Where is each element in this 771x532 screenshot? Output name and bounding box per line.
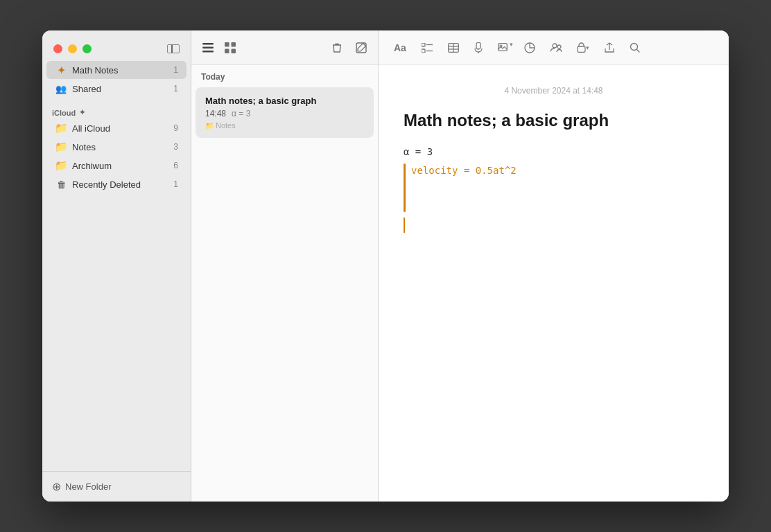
notes-count: 3 [173, 142, 178, 152]
all-icloud-count: 9 [173, 123, 178, 133]
grid-view-icon [225, 42, 236, 53]
note-item-0[interactable]: Math notes; a basic graph 14:48 α = 3 📁 … [196, 87, 374, 138]
audio-icon [474, 42, 483, 53]
compose-button[interactable] [353, 39, 370, 56]
note-preview-0: α = 3 [232, 109, 250, 118]
icloud-section: iCloud ✦ 📁 All iCloud 9 📁 Notes 3 📁 Arch… [42, 101, 191, 197]
traffic-lights [42, 37, 191, 57]
shared-count: 1 [173, 84, 178, 94]
lock-dropdown-arrow: ▾ [586, 44, 589, 51]
new-folder-button[interactable]: ⊕ New Folder [52, 480, 111, 493]
svg-rect-23 [578, 46, 585, 53]
math-formula-1: velocity = 0.5at^2 [411, 162, 517, 179]
collaborate-button[interactable] [546, 40, 566, 55]
note-editor-body[interactable]: α = 3 velocity = 0.5at^2 [404, 143, 704, 233]
today-header: Today [191, 65, 378, 86]
svg-rect-3 [225, 42, 229, 47]
note-editor: Aa [379, 30, 729, 502]
sidebar-toggle[interactable] [167, 44, 180, 53]
svg-rect-5 [225, 48, 229, 53]
minimize-button[interactable] [68, 44, 77, 53]
folder-icon-small: 📁 [205, 122, 214, 130]
sticker-icon [524, 42, 535, 53]
list-toolbar [191, 30, 378, 65]
math-notes-count: 1 [173, 65, 178, 75]
format-aa-icon: Aa [394, 42, 406, 53]
list-view-icon [202, 43, 214, 53]
recently-deleted-label: Recently Deleted [72, 179, 173, 190]
grid-view-button[interactable] [222, 39, 239, 56]
note-meta-0: 14:48 α = 3 [205, 109, 364, 118]
sidebar-item-shared[interactable]: 👥 Shared 1 [46, 80, 187, 98]
lock-button[interactable]: ▾ [573, 39, 594, 55]
sidebar-item-math-notes[interactable]: ✦ Math Notes 1 [46, 61, 187, 79]
note-editor-title[interactable]: Math notes; a basic graph [404, 109, 704, 131]
note-title-0: Math notes; a basic graph [205, 96, 364, 106]
svg-point-24 [630, 44, 637, 51]
recently-deleted-count: 1 [173, 179, 178, 189]
maximize-button[interactable] [83, 44, 92, 53]
shared-label: Shared [72, 84, 173, 94]
formula-value: 0.5at^2 [476, 165, 517, 176]
shared-icon: 👥 [55, 82, 67, 95]
delete-button[interactable] [329, 39, 345, 56]
note-folder-name-0: Notes [216, 121, 236, 130]
table-button[interactable] [444, 40, 463, 55]
trash-btn-icon [332, 42, 342, 53]
close-button[interactable] [53, 44, 62, 53]
sidebar-footer: ⊕ New Folder [42, 471, 191, 502]
pinned-section: ✦ Math Notes 1 👥 Shared 1 [42, 57, 191, 101]
format-text-button[interactable]: Aa [390, 39, 410, 56]
svg-point-21 [553, 44, 557, 48]
media-button[interactable]: ▾ [494, 40, 513, 55]
icloud-icon: ✦ [79, 108, 85, 117]
audio-button[interactable] [470, 39, 487, 56]
svg-rect-8 [422, 43, 425, 46]
app-body: ✦ Math Notes 1 👥 Shared 1 iCloud ✦ 📁 [42, 30, 729, 502]
formula-line-container: velocity = 0.5at^2 [404, 162, 704, 212]
sidebar-item-recently-deleted[interactable]: 🗑 Recently Deleted 1 [46, 175, 187, 193]
lock-icon [577, 42, 586, 53]
svg-point-22 [557, 45, 561, 48]
list-view-button[interactable] [200, 40, 216, 55]
trash-icon: 🗑 [55, 178, 67, 190]
notes-column: Today Math notes; a basic graph 14:48 α … [191, 30, 379, 502]
sidebar: ✦ Math Notes 1 👥 Shared 1 iCloud ✦ 📁 [42, 30, 191, 502]
archiwum-label: Archiwum [72, 161, 173, 171]
text-cursor [404, 218, 405, 233]
math-notes-label: Math Notes [72, 65, 173, 76]
new-folder-label: New Folder [65, 481, 111, 492]
svg-rect-0 [202, 43, 214, 45]
notes-folder-icon: 📁 [55, 141, 67, 153]
sidebar-item-all-icloud[interactable]: 📁 All iCloud 9 [46, 119, 187, 137]
sticker-button[interactable] [520, 39, 539, 56]
svg-rect-2 [202, 51, 214, 53]
editor-content-area[interactable]: 4 November 2024 at 14:48 Math notes; a b… [379, 65, 729, 502]
notes-label: Notes [72, 142, 173, 152]
formula-label: velocity [411, 165, 458, 176]
note-date: 4 November 2024 at 14:48 [404, 86, 704, 96]
svg-line-25 [636, 50, 639, 53]
formula-content: velocity = 0.5at^2 [406, 162, 517, 179]
table-icon [448, 43, 459, 53]
search-button[interactable] [625, 39, 644, 55]
share-button[interactable] [600, 39, 618, 56]
svg-rect-4 [232, 42, 236, 47]
note-time-0: 14:48 [205, 109, 226, 118]
checklist-button[interactable] [417, 40, 437, 55]
all-icloud-label: All iCloud [72, 123, 173, 134]
svg-rect-18 [499, 43, 508, 51]
media-dropdown-arrow: ▾ [510, 41, 513, 48]
svg-rect-10 [422, 49, 425, 53]
sidebar-item-archiwum[interactable]: 📁 Archiwum 6 [46, 157, 187, 175]
all-icloud-icon: 📁 [55, 122, 67, 134]
sidebar-item-notes[interactable]: 📁 Notes 3 [46, 138, 187, 156]
svg-rect-16 [476, 42, 480, 49]
note-folder-0: 📁 Notes [205, 121, 364, 130]
checklist-icon [422, 43, 433, 53]
app-window: ✦ Math Notes 1 👥 Shared 1 iCloud ✦ 📁 [42, 30, 729, 502]
collaborate-icon [551, 43, 562, 53]
archiwum-icon: 📁 [55, 159, 67, 172]
media-icon [498, 43, 509, 53]
search-icon [630, 42, 640, 53]
